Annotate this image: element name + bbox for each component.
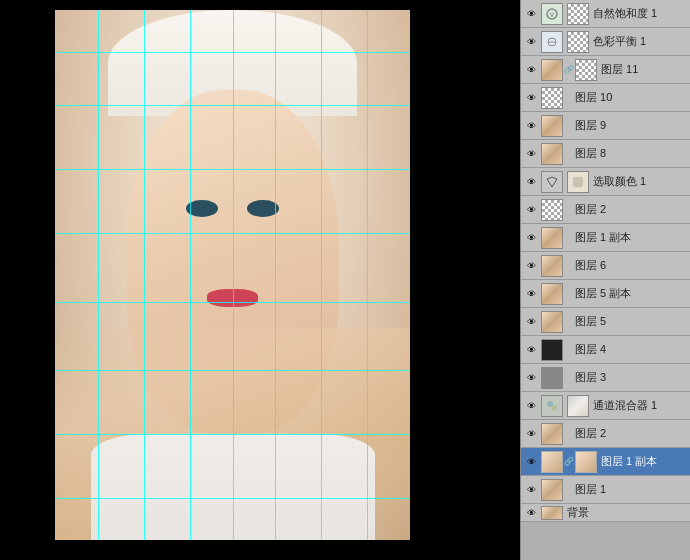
chain-icon [565,115,573,137]
layer-name: 自然饱和度 1 [591,6,688,21]
layer-name: 图层 1 副本 [573,230,688,245]
layer-row[interactable]: 👁 选取颜色 1 [521,168,690,196]
layer-row[interactable]: 👁 图层 2 [521,420,690,448]
layer-name: 图层 3 [573,370,688,385]
layer-thumbnail [541,479,563,501]
layer-name: 通道混合器 1 [591,398,688,413]
layer-row[interactable]: 👁 图层 6 [521,252,690,280]
chain-icon [565,283,573,305]
eye-icon[interactable]: 👁 [523,146,539,162]
layer-row[interactable]: 👁 图层 9 [521,112,690,140]
layer-row[interactable]: 👁 图层 5 [521,308,690,336]
eye-icon[interactable]: 👁 [523,426,539,442]
layers-panel: 👁 V 自然饱和度 1 👁 色彩平衡 1 👁 🔗 图层 11 👁 [520,0,690,560]
layer-thumbnail [541,255,563,277]
layer-row[interactable]: 👁 图层 10 [521,84,690,112]
eye-icon[interactable]: 👁 [523,202,539,218]
eye-icon[interactable]: 👁 [523,90,539,106]
eye-icon[interactable]: 👁 [523,62,539,78]
guide-v-6 [321,10,322,540]
layer-mask-thumbnail [575,451,597,473]
layer-thumbnail [541,115,563,137]
layer-name: 图层 9 [573,118,688,133]
chain-icon [565,367,573,389]
eye-icon[interactable]: 👁 [523,34,539,50]
eye-icon[interactable]: 👁 [523,482,539,498]
chain-icon [565,311,573,333]
layer-name: 图层 1 [573,482,688,497]
layer-row[interactable]: 👁 图层 5 副本 [521,280,690,308]
chain-icon: 🔗 [565,451,573,473]
guide-v-1 [98,10,99,540]
layer-name: 图层 2 [573,426,688,441]
layer-row[interactable]: 👁 图层 1 [521,476,690,504]
layer-name: 选取颜色 1 [591,174,688,189]
layer-thumbnail [541,59,563,81]
chain-icon [565,479,573,501]
canvas-area [0,0,520,560]
eye-icon[interactable]: 👁 [523,258,539,274]
eye-icon[interactable]: 👁 [523,398,539,414]
layer-row[interactable]: 👁 🔗 图层 11 [521,56,690,84]
layer-row[interactable]: 👁 通道混合器 1 [521,392,690,420]
guide-v-7 [367,10,368,540]
svg-point-6 [551,405,557,411]
layer-mask-thumbnail [567,31,589,53]
eye-icon[interactable]: 👁 [523,174,539,190]
layer-thumbnail: V [541,3,563,25]
layers-scroll[interactable]: 👁 V 自然饱和度 1 👁 色彩平衡 1 👁 🔗 图层 11 👁 [521,0,690,560]
layer-row[interactable]: 👁 图层 4 [521,336,690,364]
layer-row[interactable]: 👁 图层 3 [521,364,690,392]
layer-name: 色彩平衡 1 [591,34,688,49]
layer-name: 图层 8 [573,146,688,161]
chain-icon [565,227,573,249]
layer-mask-thumbnail [567,171,589,193]
portrait [55,10,410,540]
layer-name: 图层 5 [573,314,688,329]
layer-thumbnail [541,171,563,193]
eye-icon[interactable]: 👁 [523,342,539,358]
guide-v-3 [190,10,191,540]
canvas-image [55,10,410,540]
layer-thumbnail [541,87,563,109]
layer-name: 图层 11 [599,62,688,77]
layer-thumbnail [541,451,563,473]
chain-icon: 🔗 [565,59,573,81]
eye-icon[interactable]: 👁 [523,314,539,330]
layer-name: 图层 2 [573,202,688,217]
svg-rect-4 [573,177,583,187]
layer-thumbnail [541,311,563,333]
eye-icon[interactable]: 👁 [523,370,539,386]
eye-icon[interactable]: 👁 [523,118,539,134]
layer-row[interactable]: 👁 背景 [521,504,690,522]
layer-thumbnail [541,31,563,53]
layer-row[interactable]: 👁 图层 2 [521,196,690,224]
layer-thumbnail [541,339,563,361]
chain-icon [565,255,573,277]
layer-name: 图层 4 [573,342,688,357]
chain-icon [565,143,573,165]
chain-icon [565,423,573,445]
layer-name: 背景 [565,505,688,520]
layer-row[interactable]: 👁 色彩平衡 1 [521,28,690,56]
guide-v-5 [275,10,276,540]
guide-v-2 [144,10,145,540]
svg-text:V: V [550,12,554,18]
layer-row[interactable]: 👁 图层 1 副本 [521,224,690,252]
eye-icon[interactable]: 👁 [523,6,539,22]
layer-row-active[interactable]: 👁 🔗 图层 1 副本 [521,448,690,476]
eye-icon[interactable]: 👁 [523,230,539,246]
eye-icon[interactable]: 👁 [523,454,539,470]
eye-icon[interactable]: 👁 [523,286,539,302]
chain-icon [565,87,573,109]
chain-icon [565,199,573,221]
layer-name: 图层 10 [573,90,688,105]
layer-name: 图层 6 [573,258,688,273]
layer-row[interactable]: 👁 V 自然饱和度 1 [521,0,690,28]
layer-thumbnail [541,395,563,417]
layer-thumbnail [541,199,563,221]
chain-icon [565,339,573,361]
guide-v-4 [233,10,234,540]
layer-row[interactable]: 👁 图层 8 [521,140,690,168]
eye-icon[interactable]: 👁 [523,505,539,521]
